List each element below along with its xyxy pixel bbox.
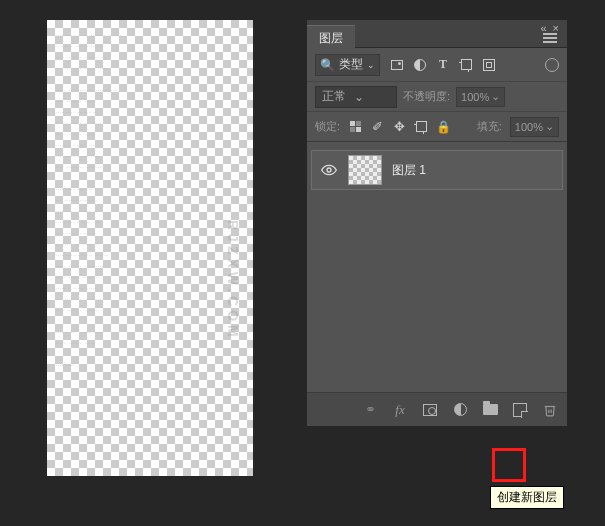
chevron-down-icon: ⌄ [491, 90, 500, 103]
opacity-input[interactable]: 100% ⌄ [456, 87, 505, 107]
new-layer-icon[interactable] [511, 401, 529, 419]
layer-filter-row: 🔍 类型 ⌄ T [307, 48, 567, 82]
adjustment-layer-icon[interactable] [451, 401, 469, 419]
lock-fill-row: 锁定: ✐ ✥ 🔒 填充: 100% ⌄ [307, 112, 567, 142]
delete-layer-icon[interactable] [541, 401, 559, 419]
filter-shape-icon[interactable] [459, 58, 473, 72]
search-icon: 🔍 [320, 58, 335, 72]
filter-toggle-switch[interactable] [545, 58, 559, 72]
link-layers-icon[interactable]: ⚭ [361, 401, 379, 419]
canvas-phantom-text: ............ .......... ........ ..... .… [47, 20, 130, 377]
filter-type-dropdown[interactable]: 🔍 类型 ⌄ [315, 54, 380, 76]
new-layer-tooltip: 创建新图层 [490, 486, 564, 509]
lock-label: 锁定: [315, 119, 340, 134]
filter-smartobject-icon[interactable] [482, 58, 496, 72]
lock-artboard-icon[interactable] [414, 120, 428, 134]
layer-thumbnail[interactable] [348, 155, 382, 185]
lock-pixels-icon[interactable]: ✐ [370, 120, 384, 134]
layers-panel-footer: ⚭ fx [307, 392, 567, 426]
lock-all-icon[interactable]: 🔒 [436, 120, 450, 134]
panel-tab-bar: 图层 [307, 20, 567, 48]
panel-menu-icon[interactable] [533, 32, 567, 46]
filter-text-icon[interactable]: T [436, 58, 450, 72]
lock-position-icon[interactable]: ✥ [392, 120, 406, 134]
opacity-label: 不透明度: [403, 89, 450, 104]
layer-row[interactable]: 图层 1 [311, 150, 563, 190]
chevron-down-icon: ⌄ [354, 90, 364, 104]
filter-pixel-icon[interactable] [390, 58, 404, 72]
fill-value: 100% [515, 121, 543, 133]
highlight-annotation [492, 448, 526, 482]
blend-opacity-row: 正常 ⌄ 不透明度: 100% ⌄ [307, 82, 567, 112]
fill-label: 填充: [477, 119, 502, 134]
filter-adjustment-icon[interactable] [413, 58, 427, 72]
chevron-down-icon: ⌄ [545, 120, 554, 133]
layer-group-icon[interactable] [481, 401, 499, 419]
watermark-text: RJZXW.COM [225, 220, 241, 341]
filter-type-label: 类型 [339, 56, 363, 73]
opacity-value: 100% [461, 91, 489, 103]
fill-input[interactable]: 100% ⌄ [510, 117, 559, 137]
layer-mask-icon[interactable] [421, 401, 439, 419]
layer-name-label[interactable]: 图层 1 [392, 162, 426, 179]
layer-style-icon[interactable]: fx [391, 401, 409, 419]
layers-panel: « × 图层 🔍 类型 ⌄ T 正常 ⌄ 不透明度: 100% ⌄ [307, 20, 567, 426]
document-canvas[interactable]: ............ .......... ........ ..... .… [47, 20, 253, 476]
chevron-down-icon: ⌄ [367, 60, 375, 70]
transparency-checker: ............ .......... ........ ..... .… [47, 20, 253, 476]
lock-transparency-icon[interactable] [348, 120, 362, 134]
svg-point-0 [327, 168, 331, 172]
blend-mode-select[interactable]: 正常 ⌄ [315, 86, 397, 108]
blend-mode-value: 正常 [322, 88, 346, 105]
visibility-toggle-icon[interactable] [320, 161, 338, 179]
layer-list[interactable]: 图层 1 [307, 142, 567, 392]
